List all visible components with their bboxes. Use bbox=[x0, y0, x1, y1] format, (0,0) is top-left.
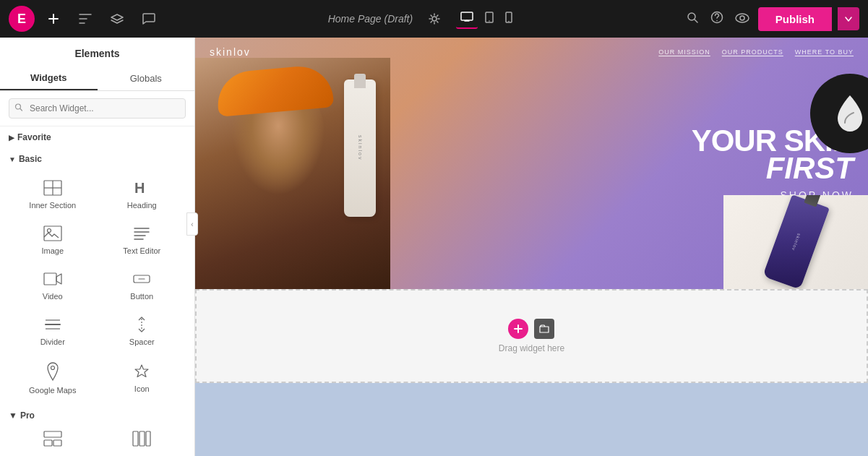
left-panel: Elements Widgets Globals ▶ Favorite ▼ Ba… bbox=[0, 38, 195, 456]
image-icon bbox=[43, 225, 62, 244]
search-button[interactable] bbox=[683, 8, 702, 30]
widget-icon[interactable]: Icon bbox=[98, 355, 186, 402]
heading-icon: H bbox=[133, 180, 150, 198]
widget-inner-section[interactable]: Inner Section bbox=[9, 173, 97, 217]
svg-rect-32 bbox=[53, 440, 61, 446]
site-preview: skinlov OUR MISSION OUR PRODUCTS WHERE T… bbox=[195, 38, 868, 383]
widget-button[interactable]: Button bbox=[98, 264, 186, 308]
preview-button[interactable] bbox=[732, 9, 752, 30]
svg-point-17 bbox=[47, 229, 51, 233]
widget-heading[interactable]: H Heading bbox=[98, 173, 186, 217]
svg-rect-33 bbox=[133, 431, 138, 446]
panel-collapse-button[interactable]: ‹ bbox=[186, 212, 198, 236]
folder-icon[interactable] bbox=[534, 319, 554, 339]
widget-label: Spacer bbox=[129, 337, 155, 346]
svg-point-0 bbox=[432, 17, 437, 21]
text-editor-icon bbox=[132, 225, 151, 244]
page-settings-button[interactable] bbox=[421, 6, 447, 32]
pro-widget-icon-2 bbox=[132, 431, 151, 449]
widget-pro-2[interactable] bbox=[98, 423, 186, 456]
svg-point-3 bbox=[489, 20, 490, 22]
nav-link-where[interactable]: WHERE TO BUY bbox=[795, 48, 854, 56]
favorite-section-header[interactable]: ▶ Favorite bbox=[0, 126, 194, 148]
favorite-arrow-icon: ▶ bbox=[9, 134, 14, 142]
help-button[interactable] bbox=[708, 8, 726, 30]
svg-point-29 bbox=[51, 366, 54, 370]
toolbar-center: Home Page (Draft) bbox=[168, 6, 677, 32]
toolbar-right: Publish bbox=[683, 7, 859, 31]
widget-pro-1[interactable] bbox=[9, 423, 97, 456]
page-title: Home Page (Draft) bbox=[328, 13, 413, 25]
svg-point-11 bbox=[16, 104, 21, 109]
video-icon bbox=[43, 271, 62, 289]
panel-header: Elements bbox=[0, 38, 194, 59]
basic-section-header[interactable]: ▼ Basic bbox=[0, 148, 194, 170]
mobile-button[interactable] bbox=[501, 9, 517, 29]
widget-text-editor[interactable]: Text Editor bbox=[98, 218, 186, 262]
widget-label: Button bbox=[130, 292, 153, 301]
button-icon bbox=[132, 271, 151, 289]
basic-widgets-grid: Inner Section H Heading Image bbox=[0, 170, 194, 405]
panel-tabs: Widgets Globals bbox=[0, 66, 194, 91]
drag-section-inner: Drag widget here bbox=[499, 319, 564, 353]
hero-person-area: skinlov bbox=[195, 58, 390, 289]
pro-widget-icon-1 bbox=[43, 431, 62, 449]
widget-video[interactable]: Video bbox=[9, 264, 97, 308]
tab-globals[interactable]: Globals bbox=[98, 66, 195, 90]
hero-nav-links: OUR MISSION OUR PRODUCTS WHERE TO BUY bbox=[658, 48, 854, 56]
svg-point-10 bbox=[740, 16, 744, 20]
device-buttons bbox=[456, 9, 517, 29]
svg-point-8 bbox=[716, 20, 718, 21]
publish-button[interactable]: Publish bbox=[758, 7, 832, 31]
drag-widget-section[interactable]: Drag widget here bbox=[195, 289, 868, 383]
bottle-label: skinlov bbox=[358, 135, 363, 160]
pro-widgets-partial bbox=[0, 423, 194, 456]
drag-icons bbox=[508, 319, 554, 339]
nav-link-mission[interactable]: OUR MISSION bbox=[658, 48, 710, 56]
toolbar: E Home Page (Draft) bbox=[0, 0, 868, 38]
widget-spacer[interactable]: Spacer bbox=[98, 309, 186, 353]
add-element-button[interactable] bbox=[40, 6, 66, 32]
widget-image[interactable]: Image bbox=[9, 218, 97, 262]
layers-button[interactable] bbox=[104, 6, 130, 32]
hero-nav: skinlov OUR MISSION OUR PRODUCTS WHERE T… bbox=[210, 46, 854, 58]
pro-section-header[interactable]: ▼ Pro bbox=[0, 405, 194, 423]
svg-text:H: H bbox=[134, 180, 145, 196]
search-widget-input[interactable] bbox=[9, 98, 186, 119]
responsive-button[interactable] bbox=[72, 6, 98, 32]
drag-label: Drag widget here bbox=[499, 343, 564, 353]
canvas-area[interactable]: skinlov OUR MISSION OUR PRODUCTS WHERE T… bbox=[195, 38, 868, 456]
svg-rect-22 bbox=[44, 273, 56, 285]
widget-label: Text Editor bbox=[123, 246, 160, 255]
comments-button[interactable] bbox=[136, 6, 162, 32]
add-widget-icon[interactable] bbox=[508, 319, 528, 339]
widget-google-maps[interactable]: Google Maps bbox=[9, 355, 97, 402]
publish-dropdown-button[interactable] bbox=[838, 7, 859, 30]
tablet-button[interactable] bbox=[481, 9, 498, 29]
widget-label: Inner Section bbox=[29, 201, 76, 210]
svg-rect-34 bbox=[139, 431, 145, 446]
main-area: Elements Widgets Globals ▶ Favorite ▼ Ba… bbox=[0, 38, 868, 456]
inner-section-icon bbox=[43, 180, 62, 198]
widget-label: Image bbox=[41, 246, 64, 255]
elementor-logo[interactable]: E bbox=[9, 6, 35, 32]
widget-label: Divider bbox=[40, 337, 65, 346]
pro-arrow-icon: ▼ bbox=[9, 410, 17, 421]
svg-point-5 bbox=[508, 21, 510, 22]
widget-divider[interactable]: Divider bbox=[9, 309, 97, 353]
svg-rect-1 bbox=[461, 12, 473, 20]
tab-widgets[interactable]: Widgets bbox=[0, 66, 98, 90]
nav-link-products[interactable]: OUR PRODUCTS bbox=[722, 48, 783, 56]
hero-section[interactable]: skinlov OUR MISSION OUR PRODUCTS WHERE T… bbox=[195, 38, 868, 289]
svg-rect-31 bbox=[44, 440, 52, 446]
divider-icon bbox=[43, 317, 62, 335]
spacer-icon bbox=[132, 317, 151, 335]
search-bar bbox=[0, 91, 194, 126]
hero-title-line2: FIRST bbox=[692, 153, 854, 184]
svg-rect-30 bbox=[44, 431, 61, 437]
icon-widget-icon bbox=[134, 363, 150, 382]
desktop-button[interactable] bbox=[456, 9, 478, 29]
google-maps-icon bbox=[45, 362, 61, 383]
widget-label: Icon bbox=[134, 384, 150, 393]
svg-rect-35 bbox=[146, 431, 150, 446]
